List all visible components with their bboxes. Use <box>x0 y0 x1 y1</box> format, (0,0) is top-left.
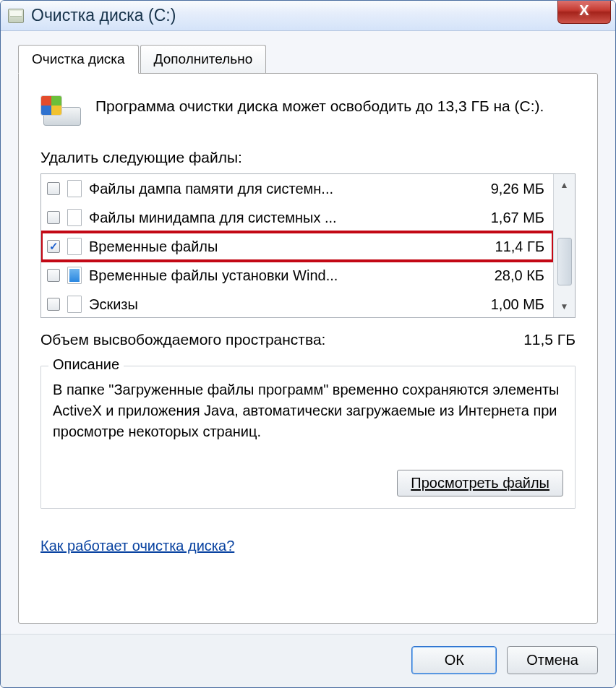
file-row[interactable]: Файлы минидампа для системных ... 1,67 М… <box>41 203 553 232</box>
file-size: 9,26 МБ <box>461 181 547 197</box>
tab-strip: Очистка диска Дополнительно <box>18 45 598 74</box>
file-row[interactable]: Файлы дампа памяти для системн... 9,26 М… <box>41 174 553 203</box>
window-title: Очистка диска (C:) <box>31 6 176 25</box>
scroll-up-icon[interactable]: ▲ <box>554 174 575 196</box>
file-row[interactable]: Эскизы 1,00 МБ <box>41 290 553 317</box>
file-name: Временные файлы установки Wind... <box>89 267 461 284</box>
windows-file-icon <box>67 267 82 284</box>
scroll-down-icon[interactable]: ▼ <box>554 296 575 317</box>
checkbox[interactable] <box>47 269 60 282</box>
disk-cleanup-icon <box>40 95 81 129</box>
file-icon <box>67 209 82 226</box>
ok-button[interactable]: ОК <box>411 646 497 674</box>
help-link[interactable]: Как работает очистка диска? <box>40 538 234 554</box>
intro: Программа очистки диска может освободить… <box>40 95 576 129</box>
freed-label: Объем высвобождаемого пространства: <box>40 331 325 348</box>
scrollbar[interactable]: ▲ ▼ <box>553 174 575 317</box>
file-name: Временные файлы <box>89 238 461 255</box>
file-list-rows: Файлы дампа памяти для системн... 9,26 М… <box>41 174 553 317</box>
checkbox-checked[interactable]: ✓ <box>47 240 60 253</box>
checkbox[interactable] <box>47 211 60 224</box>
file-row[interactable]: Временные файлы установки Wind... 28,0 К… <box>41 261 553 290</box>
file-size: 1,00 МБ <box>461 296 547 313</box>
file-name: Файлы дампа памяти для системн... <box>89 181 461 197</box>
freed-value: 11,5 ГБ <box>523 331 576 348</box>
file-size: 1,67 МБ <box>461 210 547 226</box>
client-area: Очистка диска Дополнительно Программа оч… <box>1 31 615 634</box>
view-files-button[interactable]: Просмотреть файлы <box>397 470 563 496</box>
file-name: Файлы минидампа для системных ... <box>89 210 461 226</box>
intro-text: Программа очистки диска может освободить… <box>95 95 544 129</box>
tab-cleanup[interactable]: Очистка диска <box>18 45 139 74</box>
tab-panel-cleanup: Программа очистки диска может освободить… <box>18 73 598 624</box>
help-link-container: Как работает очистка диска? <box>40 538 576 554</box>
file-size: 11,4 ГБ <box>461 238 547 255</box>
description-text: В папке "Загруженные файлы программ" вре… <box>53 379 563 442</box>
close-button[interactable]: X <box>557 0 611 24</box>
disk-cleanup-window: Очистка диска (C:) X Очистка диска Допол… <box>0 0 616 688</box>
description-group: Описание В папке "Загруженные файлы прог… <box>40 366 576 509</box>
file-list: Файлы дампа памяти для системн... 9,26 М… <box>40 173 576 318</box>
dialog-footer: ОК Отмена <box>1 634 615 687</box>
file-list-label: Удалить следующие файлы: <box>40 149 576 166</box>
tab-more[interactable]: Дополнительно <box>140 45 267 74</box>
cancel-button[interactable]: Отмена <box>507 646 598 674</box>
file-size: 28,0 КБ <box>461 267 547 284</box>
checkbox[interactable] <box>47 182 60 195</box>
freed-space-row: Объем высвобождаемого пространства: 11,5… <box>40 331 576 348</box>
description-legend: Описание <box>48 356 124 373</box>
file-name: Эскизы <box>89 296 461 313</box>
checkbox[interactable] <box>47 298 60 311</box>
file-icon <box>67 180 82 197</box>
file-icon <box>67 296 82 313</box>
file-row-selected[interactable]: ✓ Временные файлы 11,4 ГБ <box>41 232 553 261</box>
file-icon <box>67 238 82 255</box>
scroll-thumb[interactable] <box>557 238 572 285</box>
drive-icon <box>8 9 24 23</box>
titlebar: Очистка диска (C:) X <box>1 1 615 31</box>
